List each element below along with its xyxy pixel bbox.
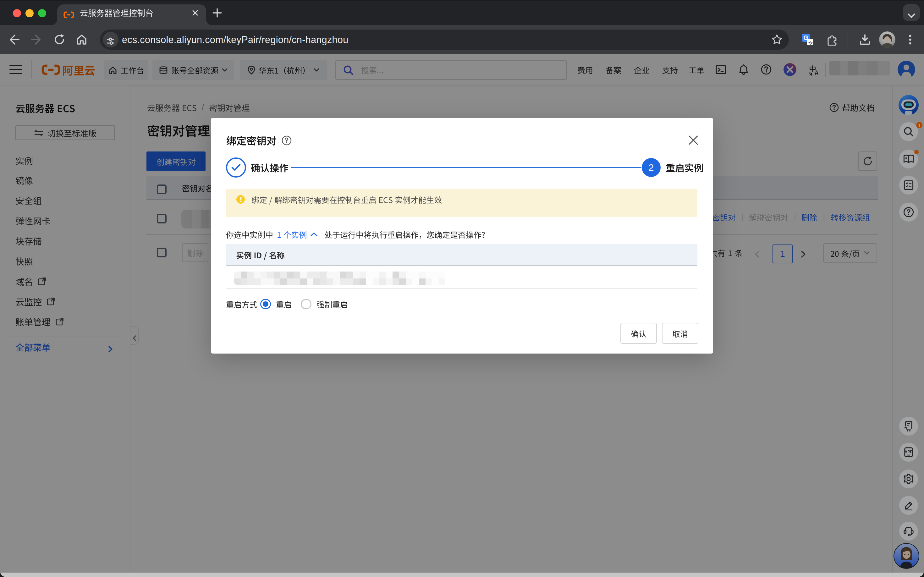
svg-text:APP: APP xyxy=(905,450,913,454)
